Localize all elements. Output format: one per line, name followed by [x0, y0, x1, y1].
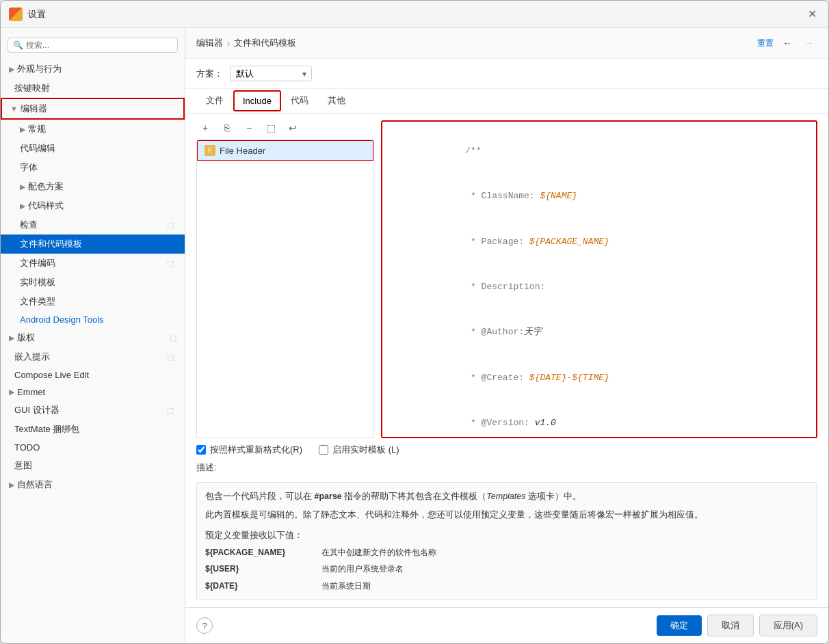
sidebar-item-appearance[interactable]: ▶ 外观与行为 — [1, 59, 185, 79]
code-line-6: * @Create: ${DATE}-${TIME} — [391, 355, 808, 400]
content-area: 编辑器 › 文件和代码模板 重置 ← → 方案： 默认 ▼ — [185, 28, 828, 643]
sidebar-item-general[interactable]: ▶ 常规 — [1, 120, 185, 139]
search-icon: 🔍 — [13, 40, 23, 50]
apply-button[interactable]: 应用(A) — [759, 615, 817, 636]
tab-code[interactable]: 代码 — [281, 89, 318, 113]
copy-button[interactable]: ⎘ — [218, 120, 236, 135]
var-row-1: ${PACKAGE_NAME} 在其中创建新文件的软件包名称 — [205, 546, 808, 559]
chevron-right-icon: ▶ — [9, 334, 14, 343]
bottom-bar: ? 确定 取消 应用(A) — [185, 607, 828, 643]
add-button[interactable]: + — [196, 120, 214, 135]
scheme-row: 方案： 默认 ▼ — [185, 59, 828, 89]
code-line-4: * Description: — [391, 265, 808, 310]
sidebar-item-color-scheme[interactable]: ▶ 配色方案 — [1, 177, 185, 196]
sidebar: 🔍 ▶ 外观与行为 按键映射 ▼ 编辑器 ▶ 常规 代码编辑 — [1, 28, 185, 643]
var-row-3: ${DATE} 当前系统日期 — [205, 579, 808, 593]
sidebar-item-code-editing[interactable]: 代码编辑 — [1, 139, 185, 158]
main-layout: 🔍 ▶ 外观与行为 按键映射 ▼ 编辑器 ▶ 常规 代码编辑 — [1, 28, 828, 643]
close-button[interactable]: ✕ — [804, 6, 820, 23]
header-actions: 重置 ← → — [757, 35, 817, 51]
search-input[interactable] — [26, 40, 172, 50]
description-detail: 此内置模板是可编辑的。除了静态文本、代码和注释外，您还可以使用预定义变量，这些变… — [205, 508, 808, 522]
chevron-right-icon: ▶ — [9, 65, 14, 74]
breadcrumb-separator: › — [227, 38, 230, 49]
code-editor[interactable]: /** * ClassName: ${NAME} * Package: ${PA… — [381, 120, 817, 438]
file-encoding-icon: ⬚ — [167, 259, 174, 268]
chevron-right-icon: ▶ — [20, 202, 25, 211]
sidebar-item-todo[interactable]: TODO — [1, 439, 185, 456]
tab-include[interactable]: Include — [233, 90, 281, 111]
reformat-checkbox[interactable] — [196, 445, 206, 455]
inspections-icon: ⬚ — [167, 221, 174, 230]
sidebar-item-intentions[interactable]: 意图 — [1, 456, 185, 475]
sidebar-item-editor[interactable]: ▼ 编辑器 — [1, 98, 185, 120]
back-button[interactable]: ← — [779, 35, 795, 51]
sidebar-item-copyright[interactable]: ▶ 版权 ⬚ — [1, 328, 185, 347]
template-list-panel: + ⎘ − ⬚ ↩ F File Header — [196, 120, 374, 438]
sidebar-item-live-templates[interactable]: 实时模板 — [1, 273, 185, 292]
template-list-item[interactable]: F File Header — [197, 140, 373, 161]
sidebar-item-file-templates[interactable]: 文件和代码模板 — [1, 234, 185, 254]
template-body: + ⎘ − ⬚ ↩ F File Header — [185, 113, 828, 607]
sidebar-item-gui-designer[interactable]: GUI 设计器 ⬚ — [1, 401, 185, 420]
chevron-right-icon: ▶ — [9, 388, 14, 397]
template-item-label: File Header — [220, 146, 265, 156]
tabs-row: 文件 Include 代码 其他 — [185, 89, 828, 113]
description-label: 描述: — [196, 461, 817, 474]
scheme-select[interactable]: 默认 — [230, 66, 312, 81]
paste-button[interactable]: ⬚ — [262, 120, 280, 135]
sidebar-item-inspections[interactable]: 检查 ⬚ — [1, 215, 185, 234]
description-section: 包含一个代码片段，可以在 #parse 指令的帮助下将其包含在文件模板（Temp… — [196, 482, 817, 600]
forward-button[interactable]: → — [801, 35, 817, 51]
code-line-3: * Package: ${PACKAGE_NAME} — [391, 219, 808, 265]
search-box: 🔍 — [8, 38, 178, 53]
settings-window: 设置 ✕ 🔍 ▶ 外观与行为 按键映射 ▼ 编辑器 — [0, 0, 829, 644]
ok-button[interactable]: 确定 — [657, 615, 702, 636]
sidebar-item-font[interactable]: 字体 — [1, 158, 185, 177]
chevron-down-icon: ▼ — [10, 105, 18, 113]
inlay-hints-icon: ⬚ — [167, 353, 174, 362]
var-row-2: ${USER} 当前的用户系统登录名 — [205, 562, 808, 576]
sidebar-item-textmate[interactable]: TextMate 捆绑包 — [1, 420, 185, 439]
template-list: F File Header — [196, 139, 374, 438]
copyright-icon: ⬚ — [170, 334, 176, 343]
sidebar-item-compose-live-edit[interactable]: Compose Live Edit — [1, 366, 185, 384]
code-line-7: * @Version: v1.0 — [391, 401, 808, 438]
scheme-selector[interactable]: 默认 ▼ — [230, 66, 312, 81]
scheme-label: 方案： — [196, 68, 223, 80]
sidebar-item-android-design-tools[interactable]: Android Design Tools — [1, 311, 185, 328]
code-line-1: /** — [391, 129, 808, 174]
cancel-button[interactable]: 取消 — [707, 615, 754, 636]
template-list-toolbar: + ⎘ − ⬚ ↩ — [196, 120, 374, 135]
tab-other[interactable]: 其他 — [318, 89, 355, 113]
undo-button[interactable]: ↩ — [284, 120, 302, 135]
remove-button[interactable]: − — [240, 120, 258, 135]
help-button[interactable]: ? — [196, 617, 213, 634]
breadcrumb: 编辑器 › 文件和代码模板 — [196, 37, 757, 49]
description-intro: 包含一个代码片段，可以在 #parse 指令的帮助下将其包含在文件模板（Temp… — [205, 489, 808, 504]
options-row: 按照样式重新格式化(R) 启用实时模板 (L) — [196, 444, 817, 456]
code-line-2: * ClassName: ${NAME} — [391, 174, 808, 219]
code-line-5: * @Author:天宇 — [391, 310, 808, 355]
live-template-checkbox[interactable] — [319, 445, 328, 455]
breadcrumb-current: 文件和代码模板 — [234, 37, 296, 49]
sidebar-item-inlay-hints[interactable]: 嵌入提示 ⬚ — [1, 347, 185, 366]
reformat-option[interactable]: 按照样式重新格式化(R) — [196, 444, 302, 456]
sidebar-item-keymap[interactable]: 按键映射 — [1, 79, 185, 98]
live-template-option[interactable]: 启用实时模板 (L) — [319, 444, 399, 456]
predefined-label: 预定义变量接收以下值： — [205, 528, 808, 543]
chevron-right-icon: ▶ — [20, 125, 25, 134]
sidebar-item-file-encoding[interactable]: 文件编码 ⬚ — [1, 254, 185, 273]
chevron-right-icon: ▶ — [9, 481, 14, 489]
sidebar-item-file-types[interactable]: 文件类型 — [1, 292, 185, 311]
reset-button[interactable]: 重置 — [757, 38, 774, 49]
tab-files[interactable]: 文件 — [196, 89, 233, 113]
template-main: + ⎘ − ⬚ ↩ F File Header — [196, 120, 817, 438]
sidebar-item-code-style[interactable]: ▶ 代码样式 — [1, 196, 185, 215]
sidebar-item-emmet[interactable]: ▶ Emmet — [1, 384, 185, 401]
app-icon — [9, 8, 23, 21]
window-title: 设置 — [28, 8, 804, 21]
template-item-icon: F — [205, 145, 215, 156]
gui-designer-icon: ⬚ — [167, 406, 174, 415]
sidebar-item-natural-language[interactable]: ▶ 自然语言 — [1, 475, 185, 494]
